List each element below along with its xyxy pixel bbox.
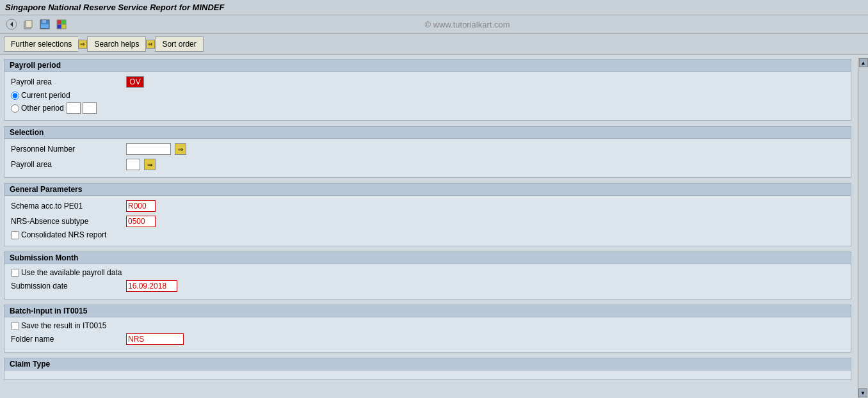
payroll-period-body: Payroll area Current period Other period: [4, 72, 851, 120]
copy-icon[interactable]: [22, 18, 35, 31]
submission-date-row: Submission date: [11, 280, 844, 292]
further-selections-tab[interactable]: Further selections: [4, 36, 78, 52]
general-parameters-header: General Parameters: [4, 184, 851, 196]
other-period-row: Other period: [11, 102, 844, 114]
current-period-row: Current period: [11, 91, 844, 100]
claim-type-section: Claim Type: [4, 358, 851, 380]
svg-rect-3: [26, 20, 32, 28]
use-payroll-row: Use the available payroll data: [11, 268, 844, 277]
use-payroll-checkbox[interactable]: [11, 269, 19, 277]
svg-rect-9: [57, 24, 61, 29]
save-result-row: Save the result in IT0015: [11, 321, 844, 330]
payroll-area-row: Payroll area: [11, 76, 844, 88]
scroll-down-btn[interactable]: ▼: [858, 388, 867, 395]
selection-payroll-area-arrow[interactable]: ⇒: [144, 159, 156, 170]
title-bar: Singapore National Reserve Service Repor…: [0, 0, 868, 15]
back-icon[interactable]: [5, 18, 18, 31]
use-payroll-label: Use the available payroll data: [21, 268, 122, 277]
selection-payroll-area-row: Payroll area ⇒: [11, 158, 844, 171]
schema-row: Schema acc.to PE01: [11, 200, 844, 212]
consolidated-checkbox[interactable]: [11, 231, 19, 239]
general-parameters-section: General Parameters Schema acc.to PE01 NR…: [4, 183, 851, 246]
claim-type-header: Claim Type: [4, 358, 851, 370]
main-content: Payroll period Payroll area Current peri…: [0, 55, 868, 395]
payroll-period-header: Payroll period: [4, 60, 851, 72]
folder-name-row: Folder name: [11, 333, 844, 346]
payroll-area-input[interactable]: [126, 76, 144, 88]
save-result-label: Save the result in IT0015: [21, 321, 106, 330]
watermark: © www.tutorialkart.com: [72, 20, 863, 29]
other-period-inputs: [67, 102, 97, 114]
consolidated-row: Consolidated NRS report: [11, 230, 844, 239]
personnel-number-arrow[interactable]: ⇒: [175, 143, 186, 155]
svg-rect-6: [41, 24, 49, 28]
folder-name-label: Folder name: [11, 335, 126, 344]
tab-bar: Further selections ⇒ Search helps ⇒ Sort…: [0, 34, 868, 55]
schema-input[interactable]: [126, 200, 156, 212]
other-period-label: Other period: [21, 104, 64, 113]
payroll-period-section: Payroll period Payroll area Current peri…: [4, 59, 851, 121]
scroll-up-btn[interactable]: ▲: [859, 58, 868, 67]
absence-row: NRS-Absence subtype: [11, 215, 844, 228]
selection-payroll-area-input[interactable]: [126, 159, 140, 170]
personnel-number-label: Personnel Number: [11, 145, 126, 154]
save-result-checkbox[interactable]: [11, 322, 19, 330]
current-period-label: Current period: [21, 91, 70, 100]
svg-rect-10: [61, 24, 66, 29]
personnel-number-input[interactable]: [126, 143, 171, 155]
selection-header: Selection: [4, 127, 851, 139]
config-icon[interactable]: [55, 18, 68, 31]
toolbar: © www.tutorialkart.com: [0, 15, 868, 34]
general-parameters-body: Schema acc.to PE01 NRS-Absence subtype C…: [4, 196, 851, 246]
claim-type-body: [4, 370, 851, 379]
svg-rect-7: [57, 20, 61, 24]
batch-input-body: Save the result in IT0015 Folder name: [4, 317, 851, 352]
search-helps-tab[interactable]: Search helps: [87, 36, 146, 52]
sort-order-tab[interactable]: Sort order: [155, 36, 203, 52]
other-period-input-1[interactable]: [67, 102, 81, 114]
submission-month-header: Submission Month: [4, 252, 851, 264]
further-selections-arrow[interactable]: ⇒: [78, 40, 87, 49]
selection-section: Selection Personnel Number ⇒ Payroll are…: [4, 126, 851, 178]
page-title: Singapore National Reserve Service Repor…: [5, 3, 224, 12]
selection-payroll-area-label: Payroll area: [11, 160, 126, 169]
batch-input-header: Batch-Input in IT0015: [4, 305, 851, 317]
consolidated-label: Consolidated NRS report: [21, 230, 106, 239]
absence-input[interactable]: [126, 216, 156, 227]
personnel-number-row: Personnel Number ⇒: [11, 143, 844, 155]
absence-label: NRS-Absence subtype: [11, 217, 126, 226]
search-helps-arrow[interactable]: ⇒: [146, 40, 155, 49]
current-period-radio[interactable]: [11, 92, 19, 100]
submission-date-input[interactable]: [126, 280, 177, 292]
submission-month-body: Use the available payroll data Submissio…: [4, 264, 851, 299]
scrollbar-track: ▲ ▼: [858, 58, 868, 395]
submission-month-section: Submission Month Use the available payro…: [4, 251, 851, 299]
other-period-input-2[interactable]: [83, 102, 97, 114]
selection-body: Personnel Number ⇒ Payroll area ⇒: [4, 139, 851, 177]
submission-date-label: Submission date: [11, 282, 126, 291]
svg-rect-5: [42, 20, 46, 23]
svg-rect-8: [61, 20, 66, 24]
folder-name-input[interactable]: [126, 333, 184, 345]
schema-label: Schema acc.to PE01: [11, 202, 126, 211]
save-icon[interactable]: [38, 18, 51, 31]
batch-input-section: Batch-Input in IT0015 Save the result in…: [4, 305, 851, 353]
other-period-radio[interactable]: [11, 104, 19, 113]
payroll-area-label: Payroll area: [11, 77, 126, 86]
